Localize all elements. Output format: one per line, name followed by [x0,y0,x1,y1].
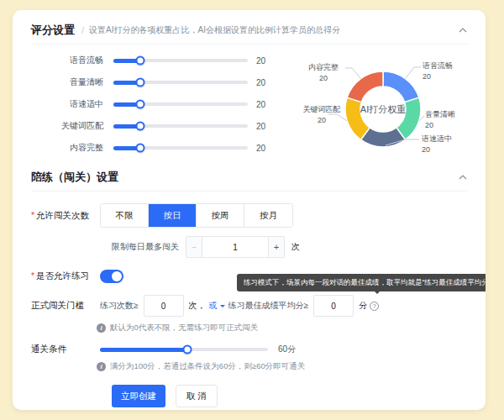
attempt-frequency-label: *允许闯关次数 [31,210,100,222]
slider-handle[interactable] [136,122,145,131]
allow-practice-label: *是否允许练习 [31,270,100,282]
avg-score-unit: 分 [359,300,367,312]
slider-handle[interactable] [136,100,145,109]
slider-handle[interactable] [136,78,145,87]
chevron-up-icon[interactable] [459,28,467,33]
required-mark: * [31,210,34,220]
daily-limit-row: 限制每日最多闯关 − + 次 [112,236,467,258]
create-button[interactable]: 立即创建 [112,385,165,407]
pass-condition-value: 60分 [278,344,296,355]
scoring-section-title: 评分设置 [31,23,75,38]
weight-slider-row: 音量清晰 20 [31,71,281,93]
scoring-section-description: 设置AI打分的各项权重占比，AI会根据设置的比例计算学员的总得分 [89,24,340,36]
practice-section-title: 陪练（闯关）设置 [31,170,118,185]
toggle-knob [112,271,122,281]
pass-condition-hint: i 满分为100分，若通过条件设为60分，则≥60分即可通关 [97,361,467,372]
stepper-decrease-button[interactable]: − [186,236,202,258]
info-icon: i [97,323,106,333]
divider [31,191,467,192]
weight-slider-row: 内容完整 20 [31,137,281,159]
chart-callout-label: 关键词匹配20 [298,104,345,126]
slider-track[interactable] [113,59,248,62]
stepper-increase-button[interactable]: + [268,236,285,258]
allow-practice-toggle[interactable] [100,270,123,283]
practice-count-label: 练习次数≥ [100,300,139,312]
threshold-hint: i 默认为0代表不限，无需练习即可正式闯关 [97,323,467,333]
pass-slider-handle[interactable] [183,345,192,354]
slider-label: 语音流畅 [31,55,103,66]
settings-card: 评分设置 / 设置AI打分的各项权重占比，AI会根据设置的比例计算学员的总得分 … [13,10,486,410]
slider-track[interactable] [113,146,248,150]
threshold-row: 练习模式下，场景内每一段对话的最佳成绩，取平均就是“练习最佳成绩平均分” 正式闯… [31,295,467,317]
label-line [406,67,422,79]
donut-center-label: AI打分权重 [360,103,406,116]
practice-count-unit: 次， [189,300,206,312]
practice-count-input[interactable] [144,295,184,317]
slider-track[interactable] [113,81,248,84]
threshold-label: 正式闯关门槛 [31,300,100,312]
weight-slider-row: 语音流畅 20 [31,50,281,71]
slider-track[interactable] [113,102,248,106]
required-mark: * [31,270,34,281]
scoring-section: 评分设置 / 设置AI打分的各项权重占比，AI会根据设置的比例计算学员的总得分 … [31,24,467,162]
donut-slice [347,71,383,102]
weight-sliders: 语音流畅 20 音量清晰 20 语速适中 20 关键词匹配 20 [31,50,281,162]
daily-limit-stepper: − + [186,236,285,258]
chevron-up-icon[interactable] [459,175,467,180]
weight-slider-row: 语速适中 20 [31,93,281,115]
slider-value: 20 [256,122,265,131]
attempt-option-monthly[interactable]: 按月 [244,204,292,227]
label-line [345,68,361,79]
slider-value: 20 [256,144,265,153]
slider-value: 20 [256,100,265,109]
slider-label: 关键词匹配 [31,120,103,132]
slider-handle[interactable] [136,144,145,153]
daily-limit-label: 限制每日最多闯关 [112,241,179,253]
practice-section: 陪练（闯关）设置 *允许闯关次数 不限 按日 按周 按月 限制每日最多闯关 − … [31,171,467,407]
slider-handle[interactable] [136,56,145,66]
pass-condition-label: 通关条件 [31,344,100,355]
slider-label: 语速适中 [31,98,103,110]
weight-slider-row: 关键词匹配 20 [31,115,281,137]
stepper-value-input[interactable] [202,236,268,258]
footer-actions: 立即创建 取 消 [112,385,467,407]
title-separator: / [81,25,84,35]
avg-score-input[interactable] [313,295,354,317]
avg-score-label: 练习最佳成绩平均分≥ [228,300,309,312]
attempt-frequency-row: *允许闯关次数 不限 按日 按周 按月 [31,203,467,228]
help-icon[interactable]: ? [370,302,379,311]
cancel-button[interactable]: 取 消 [176,385,218,407]
chart-callout-label: 语速适中20 [422,134,452,155]
daily-limit-unit: 次 [291,241,300,253]
pass-slider-track[interactable] [100,348,268,351]
slider-label: 内容完整 [31,142,103,154]
or-dropdown[interactable]: 或 [209,300,225,312]
donut-slice [383,71,419,102]
chart-callout-label: 语音流畅20 [423,60,453,82]
donut-chart: AI打分权重 语音流畅20 音量清晰20 语速适中20 关键词匹配20 内容完整… [281,53,467,167]
attempt-option-daily[interactable]: 按日 [149,204,197,227]
attempt-frequency-group: 不限 按日 按周 按月 [100,203,293,228]
slider-value: 20 [256,78,265,87]
slider-track[interactable] [113,124,248,128]
info-icon: i [97,362,106,371]
chart-callout-label: 音量清晰20 [425,109,455,131]
attempt-option-weekly[interactable]: 按周 [197,204,244,227]
slider-value: 20 [256,56,265,66]
chevron-down-icon [220,305,225,310]
attempt-option-unlimited[interactable]: 不限 [101,204,149,227]
chart-callout-label: 内容完整20 [305,62,342,84]
tooltip: 练习模式下，场景内每一段对话的最佳成绩，取平均就是“练习最佳成绩平均分” [237,274,486,291]
slider-label: 音量清晰 [31,76,103,88]
pass-condition-row: 通关条件 60分 [31,344,467,355]
